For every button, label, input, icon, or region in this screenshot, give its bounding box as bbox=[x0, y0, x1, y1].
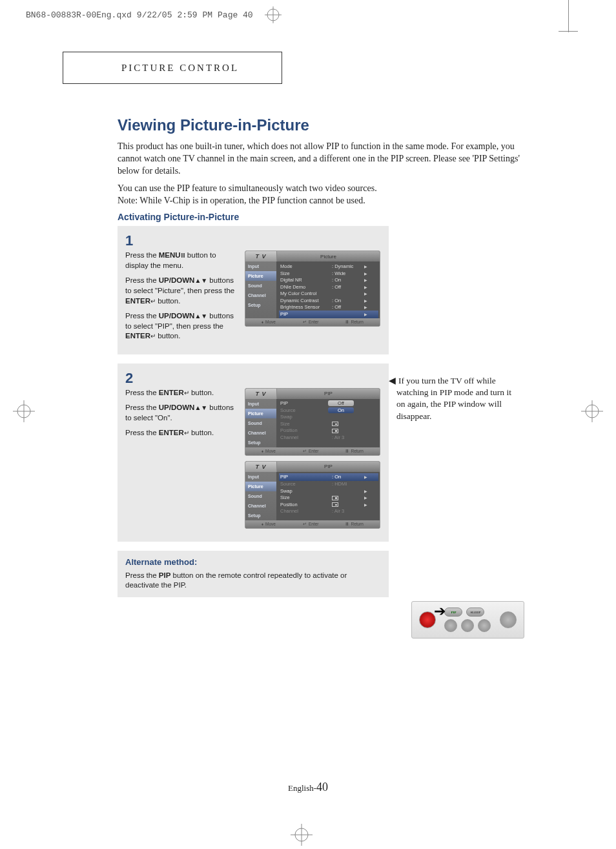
intro-paragraph-2: You can use the PIP feature to simultane… bbox=[118, 183, 524, 207]
updown-button-label: UP/DOWN bbox=[159, 276, 195, 284]
pip-size-icon bbox=[332, 429, 338, 433]
osd-menu-row: SourceOn bbox=[280, 407, 377, 414]
osd-row-label: Brightness Sensor bbox=[280, 304, 332, 310]
osd-footer: ♦Move ↵Enter ⅢReturn bbox=[245, 520, 380, 528]
osd-title: PIP bbox=[276, 389, 380, 399]
footer-page-number: 40 bbox=[316, 781, 328, 793]
enter-icon: ↵ bbox=[150, 298, 156, 305]
chevron-right-icon: ▶ bbox=[364, 264, 369, 269]
remote-button bbox=[444, 619, 457, 632]
meta-filename: BN68-00883R-00Eng.qxd bbox=[26, 10, 132, 20]
alternate-method-heading: Alternate method: bbox=[125, 557, 381, 567]
osd-row-label: Digital NR bbox=[280, 277, 332, 283]
step-number: 1 bbox=[125, 232, 381, 249]
enter-icon: ↵ bbox=[184, 389, 189, 396]
osd-row-label: Swap bbox=[280, 414, 332, 420]
step-number: 2 bbox=[125, 370, 381, 387]
osd-row-value: : On bbox=[332, 277, 364, 283]
osd-menu-row: Dynamic Contrast: On▶ bbox=[280, 297, 377, 304]
alternate-method-text: Press the PIP button on the remote contr… bbox=[125, 571, 381, 591]
osd-menu-row: Swap bbox=[280, 414, 377, 421]
osd-row-label: My Color Control bbox=[280, 291, 332, 296]
chevron-right-icon: ▶ bbox=[364, 291, 369, 296]
print-meta-header: BN68-00883R-00Eng.qxd 9/22/05 2:59 PM Pa… bbox=[26, 6, 282, 23]
osd-menu-row: My Color Control▶ bbox=[280, 290, 377, 297]
osd-side-input: Input bbox=[245, 261, 276, 271]
remote-pip-button: PIP bbox=[444, 608, 462, 617]
enter-icon: ↵ bbox=[184, 429, 189, 436]
osd-menu-row: Swap▶ bbox=[280, 487, 377, 495]
osd-row-value: Off bbox=[328, 400, 354, 406]
osd-row-label: Swap bbox=[280, 488, 332, 494]
chevron-right-icon: ▶ bbox=[364, 502, 369, 507]
osd-tv-label: T V bbox=[245, 251, 276, 261]
enter-button-label: ENTER bbox=[159, 389, 184, 396]
osd-row-label: PIP bbox=[280, 400, 332, 406]
page-footer: English-40 bbox=[0, 781, 616, 794]
osd-footer: ♦Move ↵Enter ⅢReturn bbox=[245, 447, 380, 455]
osd-row-value bbox=[332, 421, 364, 427]
osd-row-label: Size bbox=[280, 271, 332, 276]
step-2-block: 2 Press the ENTER↵ button. Press the UP/… bbox=[118, 363, 389, 542]
osd-menu-row: Digital NR: On▶ bbox=[280, 276, 377, 283]
updown-icon: ▲▼ bbox=[194, 277, 207, 284]
osd-row-label: Size bbox=[280, 495, 332, 500]
enter-button-label: ENTER bbox=[125, 297, 150, 305]
osd-row-value: : Dynamic bbox=[332, 263, 364, 269]
crop-target-icon bbox=[265, 6, 282, 23]
subheading: Activating Picture-in-Picture bbox=[118, 212, 524, 222]
enter-button-label: ENTER bbox=[159, 429, 184, 436]
osd-row-value: On bbox=[328, 407, 354, 413]
osd-row-value: : Off bbox=[332, 284, 364, 290]
osd-screenshot-2: T V PIP Input Picture Sound Channel Setu… bbox=[245, 388, 380, 456]
osd-row-label: Source bbox=[280, 481, 332, 487]
chevron-right-icon: ▶ bbox=[364, 278, 369, 282]
osd-row-value: : Air 3 bbox=[332, 435, 364, 440]
register-mark-bottom bbox=[291, 824, 313, 846]
chevron-right-icon: ▶ bbox=[364, 271, 369, 276]
chevron-right-icon: ▶ bbox=[364, 312, 369, 316]
meta-page: Page 40 bbox=[218, 10, 253, 20]
osd-sidebar: Input Picture Sound Channel Setup bbox=[245, 472, 276, 520]
osd-menu-row: Size▶ bbox=[280, 495, 377, 502]
osd-tv-label: T V bbox=[245, 462, 276, 472]
osd-sidebar: Input Picture Sound Channel Setup bbox=[245, 261, 276, 318]
meta-time: 2:59 PM bbox=[177, 10, 212, 20]
remote-sleep-button: SLEEP bbox=[466, 608, 484, 617]
osd-menu-row: Channel: Air 3 bbox=[280, 434, 377, 441]
osd-row-value: : HDMI bbox=[332, 481, 364, 487]
osd-menu-row: Mode: Dynamic▶ bbox=[280, 263, 377, 270]
intro-paragraph-1: This product has one built-in tuner, whi… bbox=[118, 141, 524, 178]
updown-icon: ▲▼ bbox=[194, 312, 207, 320]
step-2-text: Press the ENTER↵ button. Press the UP/DO… bbox=[125, 388, 238, 534]
osd-tv-label: T V bbox=[245, 389, 276, 399]
osd-row-value: : On bbox=[332, 298, 364, 303]
osd-menu-row: PIPOff bbox=[280, 400, 377, 407]
alternate-method-block: Alternate method: Press the PIP button o… bbox=[118, 551, 389, 597]
register-mark-left bbox=[13, 400, 35, 422]
osd2-rows: PIPOffSourceOnSwapSizePositionChannel: A… bbox=[276, 399, 380, 447]
step-1-text: Press the MENUⅢ button to display the me… bbox=[125, 251, 238, 346]
step-1-block: 1 Press the MENUⅢ button to display the … bbox=[118, 226, 389, 354]
osd-title: Picture bbox=[276, 251, 380, 261]
osd-row-value: : Off bbox=[332, 304, 364, 310]
section-header-box: PICTURE CONTROL bbox=[63, 52, 282, 84]
menu-icon: Ⅲ bbox=[181, 252, 185, 259]
osd-side-sound: Sound bbox=[245, 281, 276, 291]
chevron-right-icon: ▶ bbox=[364, 298, 369, 303]
chevron-right-icon: ▶ bbox=[364, 495, 369, 500]
side-note: ◀If you turn the TV off while watching i… bbox=[396, 375, 519, 422]
osd-row-value bbox=[332, 495, 364, 500]
osd-row-label: Mode bbox=[280, 263, 332, 269]
note-bullet-icon: ◀ bbox=[389, 375, 396, 387]
osd-row-value: : Wide bbox=[332, 271, 364, 276]
osd-menu-row: Size bbox=[280, 420, 377, 427]
remote-control-illustration: ➔ PIP SLEEP bbox=[411, 601, 524, 639]
osd-row-value: : Air 3 bbox=[332, 508, 364, 514]
remote-button bbox=[461, 619, 474, 632]
osd-side-setup: Setup bbox=[245, 300, 276, 310]
remote-button bbox=[478, 619, 491, 632]
osd-screenshot-3: T V PIP Input Picture Sound Channel Setu… bbox=[245, 461, 380, 529]
osd-title: PIP bbox=[276, 462, 380, 472]
osd-side-picture: Picture bbox=[245, 271, 276, 281]
